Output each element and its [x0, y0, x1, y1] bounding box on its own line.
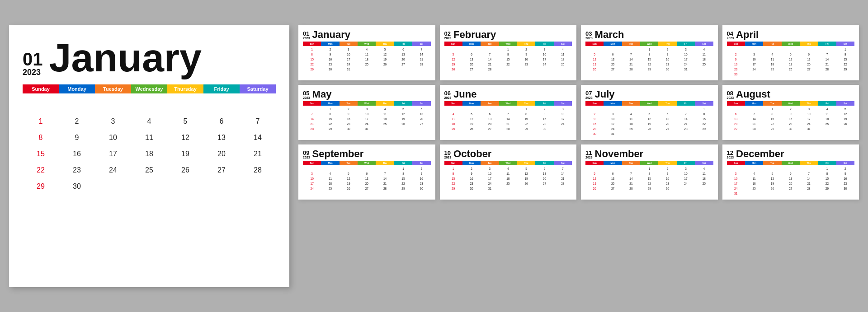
small-cal-cell: 9 — [340, 112, 358, 116]
small-cal-cell: 30 — [585, 131, 604, 136]
small-cal-cell: 26 — [585, 67, 604, 72]
small-cal-cell: 26 — [782, 67, 800, 72]
small-cal-cell: 3 — [677, 47, 695, 52]
small-cal-cell: 1 — [394, 166, 412, 171]
small-cal-cell: 17 — [358, 116, 376, 121]
large-cal-cell: 9 — [59, 130, 95, 146]
small-cal-cell: 9 — [658, 52, 676, 57]
small-cal-cell: 27 — [462, 67, 481, 72]
small-cal-cell: 3 — [727, 171, 745, 176]
small-header-sun: Sun — [303, 161, 321, 165]
small-cal-cell: 21 — [554, 176, 572, 181]
small-cal-cell: 12 — [782, 57, 800, 62]
small-header-wed: Wed — [782, 101, 800, 106]
small-header-thu: Thu — [517, 42, 535, 46]
small-cal-cell — [818, 47, 836, 52]
small-cal-cell: 13 — [604, 176, 622, 181]
small-cal-cell: 13 — [535, 171, 553, 176]
small-cal-cell: 19 — [836, 116, 854, 121]
small-cal-july: 072023JulySunMonTueWedThuFriSat123456789… — [581, 85, 718, 140]
large-cal-cell — [167, 97, 203, 113]
small-cal-cell — [677, 107, 695, 112]
small-cal-cell: 29 — [517, 126, 535, 131]
small-day-headers: SunMonTueWedThuFriSat — [444, 101, 572, 106]
small-cal-grid: 1234567891011121314151617181920212223242… — [303, 166, 431, 191]
small-cal-cell: 31 — [358, 126, 376, 131]
small-cal-cell: 22 — [763, 121, 781, 126]
small-cal-cell: 17 — [340, 57, 358, 62]
small-header-tue: Tue — [763, 101, 781, 106]
small-header-wed: Wed — [640, 101, 658, 106]
small-cal-cell: 3 — [554, 107, 572, 112]
small-cal-cell: 14 — [745, 116, 763, 121]
small-cal-cell: 2 — [658, 47, 676, 52]
small-cal-cell: 30 — [535, 126, 553, 131]
small-header-tue: Tue — [340, 101, 358, 106]
small-cal-cell: 25 — [554, 62, 572, 67]
small-cal-cell: 6 — [535, 166, 553, 171]
small-month-num: 11 — [585, 150, 593, 156]
small-cal-cell — [800, 166, 818, 171]
large-cal-cell: 13 — [203, 130, 240, 146]
small-header-fri: Fri — [677, 101, 695, 106]
large-cal-cell — [131, 97, 167, 113]
small-cal-cell: 20 — [727, 121, 745, 126]
small-cal-cell — [658, 107, 676, 112]
small-cal-cell: 15 — [321, 116, 339, 121]
large-cal-cell — [167, 178, 203, 195]
large-cal-cell — [131, 178, 167, 195]
small-cal-cell: 4 — [321, 171, 339, 176]
small-cal-cell: 19 — [517, 176, 535, 181]
small-cal-cell: 22 — [303, 62, 321, 67]
large-cal-cell: 2 — [59, 113, 95, 130]
small-cal-cell: 17 — [535, 57, 553, 62]
small-cal-cell: 25 — [763, 67, 781, 72]
small-header-sun: Sun — [303, 101, 321, 106]
small-cal-cell: 12 — [585, 176, 604, 181]
small-cal-cell: 17 — [800, 116, 818, 121]
small-cal-cell: 27 — [604, 186, 622, 191]
large-day-headers: Sunday Monday Tuesday Wednesday Thursday… — [23, 84, 276, 93]
small-cal-cell: 1 — [836, 47, 854, 52]
main-container: 01 2023 January Sunday Monday Tuesday We… — [9, 25, 859, 287]
small-cal-cell: 13 — [727, 116, 745, 121]
small-cal-cell: 1 — [640, 166, 658, 171]
small-cal-cell: 15 — [640, 176, 658, 181]
small-cal-cell: 10 — [303, 176, 321, 181]
small-cal-cell: 10 — [340, 52, 358, 57]
small-cal-cell: 30 — [321, 67, 339, 72]
small-cal-cell: 10 — [604, 116, 622, 121]
small-cal-cell: 30 — [340, 126, 358, 131]
small-day-headers: SunMonTueWedThuFriSat — [303, 161, 431, 165]
small-cal-cell: 29 — [444, 186, 462, 191]
small-header-fri: Fri — [535, 101, 553, 106]
small-cal-cell: 19 — [340, 181, 358, 186]
large-year-text: 2023 — [23, 68, 43, 76]
small-header-tue: Tue — [622, 101, 640, 106]
small-cal-cell: 13 — [412, 112, 430, 116]
small-cal-cell: 12 — [585, 57, 604, 62]
small-cal-cell: 24 — [745, 67, 763, 72]
small-cal-cell: 28 — [412, 62, 430, 67]
small-cal-cell — [340, 166, 358, 171]
small-header-fri: Fri — [394, 101, 412, 106]
large-cal-cell: 8 — [23, 130, 59, 146]
small-cal-cell: 7 — [376, 171, 394, 176]
small-cal-cell: 20 — [782, 181, 800, 186]
small-year: 2023 — [303, 156, 310, 159]
small-cal-cell: 9 — [658, 171, 676, 176]
small-cal-cell: 20 — [658, 121, 676, 126]
large-header-sat: Saturday — [240, 84, 276, 93]
small-cal-header: 112023November — [585, 149, 713, 159]
small-cal-cell: 6 — [604, 171, 622, 176]
small-cal-grid: 1234567891011121314151617181920212223242… — [444, 166, 572, 191]
small-cal-cell: 10 — [358, 112, 376, 116]
small-header-wed: Wed — [640, 42, 658, 46]
small-cal-cell: 8 — [303, 52, 321, 57]
large-cal-cell: 10 — [95, 130, 131, 146]
large-header-fri: Friday — [203, 84, 240, 93]
small-cal-cell: 15 — [836, 57, 854, 62]
small-cal-cell: 13 — [358, 176, 376, 181]
small-cal-cell: 7 — [554, 166, 572, 171]
small-cal-cell: 28 — [818, 67, 836, 72]
